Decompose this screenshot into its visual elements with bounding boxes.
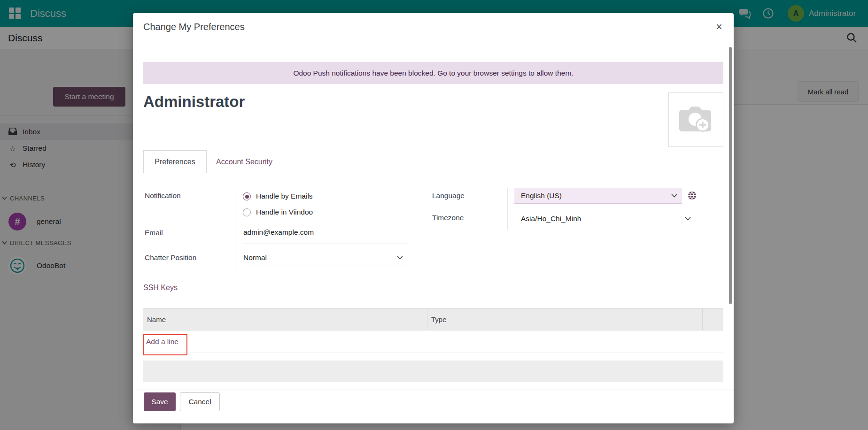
language-select[interactable]: English (US) [514,188,682,204]
radio-handle-by-emails[interactable] [243,192,251,200]
table-row: Add a line [143,330,723,353]
tab-preferences[interactable]: Preferences [143,150,207,173]
close-icon[interactable]: × [712,20,726,34]
modal-scrollbar[interactable] [729,47,732,304]
chatter-position-label: Chatter Position [145,253,196,262]
profile-image-upload[interactable] [668,92,723,147]
dialog-title: Change My Preferences [143,13,245,41]
radio-handle-in-viindoo[interactable] [243,208,251,216]
save-button[interactable]: Save [144,392,176,411]
chatter-position-select[interactable]: Normal [243,249,408,266]
ssh-keys-section-title: SSH Keys [143,284,178,292]
chevron-down-icon [397,255,403,260]
ssh-table-header: Name Type [143,308,723,330]
add-a-line-link[interactable]: Add a line [146,338,178,346]
dialog-footer: Save Cancel [133,390,734,423]
email-label: Email [145,229,163,237]
radio-label-handle-in-viindoo[interactable]: Handle in Viindoo [256,208,313,216]
notification-label: Notification [145,192,181,200]
ssh-keys-table: Name Type Add a line [143,308,723,353]
push-notification-banner: Odoo Push notifications have been blocke… [143,62,723,84]
form-column-divider [507,188,508,230]
cancel-button[interactable]: Cancel [180,392,220,411]
email-underline [243,244,408,244]
timezone-label: Timezone [432,214,464,222]
globe-icon[interactable] [688,191,697,202]
tab-account-security[interactable]: Account Security [207,150,282,173]
chevron-down-icon [685,216,691,221]
camera-plus-icon [678,104,714,135]
user-name-heading: Administrator [143,93,245,111]
table-footer-band [143,361,723,382]
column-header-type[interactable]: Type [427,309,702,330]
email-input[interactable]: admin@example.com [243,228,314,237]
timezone-select[interactable]: Asia/Ho_Chi_Minh [514,210,696,227]
language-label: Language [432,192,465,200]
column-header-name[interactable]: Name [143,309,427,330]
dialog-header: Change My Preferences × [133,13,734,41]
radio-label-handle-by-emails[interactable]: Handle by Emails [256,192,313,200]
tabs-divider [143,173,723,173]
form-column-divider [235,190,235,278]
chevron-down-icon [671,193,677,198]
column-header-actions [702,309,723,330]
change-preferences-dialog: Change My Preferences × Odoo Push notifi… [133,13,734,423]
